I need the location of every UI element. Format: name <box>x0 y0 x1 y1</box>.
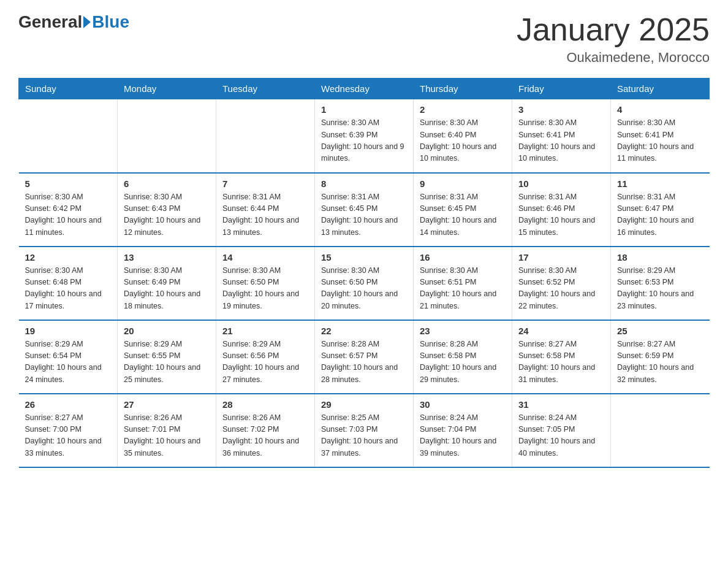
calendar-cell: 14Sunrise: 8:30 AM Sunset: 6:50 PM Dayli… <box>216 247 315 320</box>
day-number: 17 <box>518 252 604 262</box>
day-number: 31 <box>518 399 604 410</box>
logo: General Blue <box>18 12 129 32</box>
day-info: Sunrise: 8:31 AM Sunset: 6:47 PM Dayligh… <box>617 191 703 239</box>
day-info: Sunrise: 8:29 AM Sunset: 6:53 PM Dayligh… <box>617 265 703 313</box>
day-number: 4 <box>617 104 703 115</box>
day-number: 11 <box>617 178 703 189</box>
header-day-thursday: Thursday <box>414 79 512 99</box>
calendar-cell: 16Sunrise: 8:30 AM Sunset: 6:51 PM Dayli… <box>414 247 512 320</box>
calendar-cell: 21Sunrise: 8:29 AM Sunset: 6:56 PM Dayli… <box>216 320 315 394</box>
day-number: 13 <box>124 252 210 262</box>
calendar-cell: 6Sunrise: 8:30 AM Sunset: 6:43 PM Daylig… <box>118 173 216 247</box>
day-number: 16 <box>420 252 506 262</box>
calendar-cell: 19Sunrise: 8:29 AM Sunset: 6:54 PM Dayli… <box>19 320 118 394</box>
calendar-cell: 4Sunrise: 8:30 AM Sunset: 6:41 PM Daylig… <box>611 99 710 173</box>
calendar-cell: 12Sunrise: 8:30 AM Sunset: 6:48 PM Dayli… <box>19 247 118 320</box>
calendar-cell: 26Sunrise: 8:27 AM Sunset: 7:00 PM Dayli… <box>19 394 118 467</box>
day-info: Sunrise: 8:26 AM Sunset: 7:01 PM Dayligh… <box>124 412 210 460</box>
day-info: Sunrise: 8:28 AM Sunset: 6:57 PM Dayligh… <box>321 339 407 386</box>
day-number: 15 <box>321 252 407 262</box>
day-info: Sunrise: 8:30 AM Sunset: 6:42 PM Dayligh… <box>25 191 112 239</box>
day-info: Sunrise: 8:30 AM Sunset: 6:50 PM Dayligh… <box>321 265 407 313</box>
page-header: General Blue January 2025 Oukaimedene, M… <box>18 12 710 66</box>
day-number: 5 <box>25 178 112 189</box>
header-day-wednesday: Wednesday <box>315 79 414 99</box>
day-number: 27 <box>124 399 210 410</box>
day-number: 25 <box>617 326 703 336</box>
day-number: 8 <box>321 178 407 189</box>
day-info: Sunrise: 8:31 AM Sunset: 6:44 PM Dayligh… <box>222 191 308 239</box>
day-number: 2 <box>420 104 506 115</box>
day-number: 24 <box>518 326 604 336</box>
calendar-cell: 3Sunrise: 8:30 AM Sunset: 6:41 PM Daylig… <box>512 99 611 173</box>
day-info: Sunrise: 8:29 AM Sunset: 6:56 PM Dayligh… <box>222 339 308 386</box>
calendar-header-row: SundayMondayTuesdayWednesdayThursdayFrid… <box>19 79 710 99</box>
day-number: 3 <box>518 104 604 115</box>
day-number: 6 <box>124 178 210 189</box>
calendar-cell: 25Sunrise: 8:27 AM Sunset: 6:59 PM Dayli… <box>611 320 710 394</box>
day-info: Sunrise: 8:29 AM Sunset: 6:55 PM Dayligh… <box>124 339 210 386</box>
day-info: Sunrise: 8:27 AM Sunset: 6:59 PM Dayligh… <box>617 339 703 386</box>
day-number: 1 <box>321 104 407 115</box>
calendar-cell: 28Sunrise: 8:26 AM Sunset: 7:02 PM Dayli… <box>216 394 315 467</box>
day-number: 14 <box>222 252 308 262</box>
day-info: Sunrise: 8:30 AM Sunset: 6:52 PM Dayligh… <box>518 265 604 313</box>
day-number: 12 <box>25 252 112 262</box>
header-day-friday: Friday <box>512 79 611 99</box>
calendar-cell <box>19 99 118 173</box>
day-info: Sunrise: 8:30 AM Sunset: 6:41 PM Dayligh… <box>518 117 604 165</box>
calendar-cell: 7Sunrise: 8:31 AM Sunset: 6:44 PM Daylig… <box>216 173 315 247</box>
header-day-sunday: Sunday <box>19 79 118 99</box>
day-number: 22 <box>321 326 407 336</box>
day-number: 18 <box>617 252 703 262</box>
day-info: Sunrise: 8:31 AM Sunset: 6:45 PM Dayligh… <box>420 191 506 239</box>
week-row-4: 19Sunrise: 8:29 AM Sunset: 6:54 PM Dayli… <box>19 320 710 394</box>
calendar-cell: 31Sunrise: 8:24 AM Sunset: 7:05 PM Dayli… <box>512 394 611 467</box>
calendar-cell: 13Sunrise: 8:30 AM Sunset: 6:49 PM Dayli… <box>118 247 216 320</box>
day-number: 30 <box>420 399 506 410</box>
day-info: Sunrise: 8:30 AM Sunset: 6:43 PM Dayligh… <box>124 191 210 239</box>
calendar-cell: 27Sunrise: 8:26 AM Sunset: 7:01 PM Dayli… <box>118 394 216 467</box>
day-number: 28 <box>222 399 308 410</box>
day-number: 19 <box>25 326 112 336</box>
day-info: Sunrise: 8:28 AM Sunset: 6:58 PM Dayligh… <box>420 339 506 386</box>
day-number: 26 <box>25 399 112 410</box>
calendar-cell: 20Sunrise: 8:29 AM Sunset: 6:55 PM Dayli… <box>118 320 216 394</box>
calendar-cell: 9Sunrise: 8:31 AM Sunset: 6:45 PM Daylig… <box>414 173 512 247</box>
calendar-cell: 30Sunrise: 8:24 AM Sunset: 7:04 PM Dayli… <box>414 394 512 467</box>
header-day-tuesday: Tuesday <box>216 79 315 99</box>
calendar-cell: 11Sunrise: 8:31 AM Sunset: 6:47 PM Dayli… <box>611 173 710 247</box>
day-info: Sunrise: 8:30 AM Sunset: 6:51 PM Dayligh… <box>420 265 506 313</box>
calendar-title: January 2025 <box>517 12 710 47</box>
calendar-cell: 17Sunrise: 8:30 AM Sunset: 6:52 PM Dayli… <box>512 247 611 320</box>
header-day-saturday: Saturday <box>611 79 710 99</box>
day-info: Sunrise: 8:30 AM Sunset: 6:48 PM Dayligh… <box>25 265 112 313</box>
day-info: Sunrise: 8:30 AM Sunset: 6:49 PM Dayligh… <box>124 265 210 313</box>
day-info: Sunrise: 8:24 AM Sunset: 7:04 PM Dayligh… <box>420 412 506 460</box>
day-info: Sunrise: 8:31 AM Sunset: 6:46 PM Dayligh… <box>518 191 604 239</box>
week-row-2: 5Sunrise: 8:30 AM Sunset: 6:42 PM Daylig… <box>19 173 710 247</box>
header-day-monday: Monday <box>118 79 216 99</box>
day-number: 21 <box>222 326 308 336</box>
day-info: Sunrise: 8:24 AM Sunset: 7:05 PM Dayligh… <box>518 412 604 460</box>
title-block: January 2025 Oukaimedene, Morocco <box>517 12 710 66</box>
day-info: Sunrise: 8:30 AM Sunset: 6:50 PM Dayligh… <box>222 265 308 313</box>
day-info: Sunrise: 8:27 AM Sunset: 6:58 PM Dayligh… <box>518 339 604 386</box>
day-info: Sunrise: 8:26 AM Sunset: 7:02 PM Dayligh… <box>222 412 308 460</box>
day-number: 20 <box>124 326 210 336</box>
calendar-cell: 18Sunrise: 8:29 AM Sunset: 6:53 PM Dayli… <box>611 247 710 320</box>
day-number: 10 <box>518 178 604 189</box>
calendar-cell <box>216 99 315 173</box>
day-info: Sunrise: 8:30 AM Sunset: 6:40 PM Dayligh… <box>420 117 506 165</box>
calendar-cell: 1Sunrise: 8:30 AM Sunset: 6:39 PM Daylig… <box>315 99 414 173</box>
calendar-cell: 10Sunrise: 8:31 AM Sunset: 6:46 PM Dayli… <box>512 173 611 247</box>
calendar-cell: 24Sunrise: 8:27 AM Sunset: 6:58 PM Dayli… <box>512 320 611 394</box>
calendar-cell <box>118 99 216 173</box>
week-row-5: 26Sunrise: 8:27 AM Sunset: 7:00 PM Dayli… <box>19 394 710 467</box>
day-number: 7 <box>222 178 308 189</box>
calendar-cell: 8Sunrise: 8:31 AM Sunset: 6:45 PM Daylig… <box>315 173 414 247</box>
calendar-cell: 2Sunrise: 8:30 AM Sunset: 6:40 PM Daylig… <box>414 99 512 173</box>
calendar-cell: 5Sunrise: 8:30 AM Sunset: 6:42 PM Daylig… <box>19 173 118 247</box>
calendar-cell: 15Sunrise: 8:30 AM Sunset: 6:50 PM Dayli… <box>315 247 414 320</box>
day-info: Sunrise: 8:25 AM Sunset: 7:03 PM Dayligh… <box>321 412 407 460</box>
